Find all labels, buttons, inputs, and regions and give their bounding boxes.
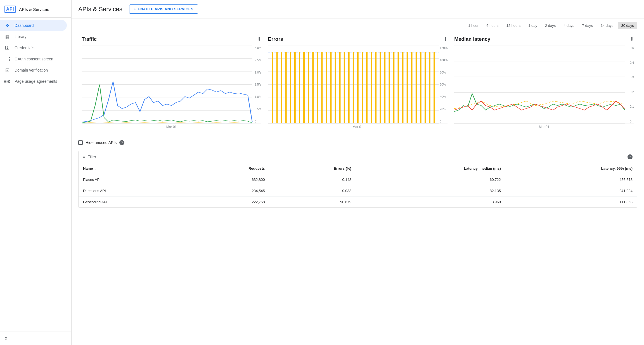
enable-apis-button[interactable]: + ENABLE APIS AND SERVICES	[129, 4, 198, 14]
sidebar-item-label-credentials: Credentials	[15, 46, 34, 50]
cell-latency-95: 456.678	[505, 174, 637, 185]
filter-label: Filter	[87, 155, 96, 159]
charts-section: Traffic ⬇	[72, 32, 644, 136]
sidebar-item-label-library: Library	[15, 34, 27, 39]
col-errors[interactable]: Errors (%)	[269, 163, 356, 174]
sidebar-item-label-pageusage: Page usage agreements	[15, 79, 57, 84]
api-table-container: ≡ Filter ? Name ↓ Requests Errors (%) La…	[78, 151, 637, 208]
hide-unused-label: Hide unused APIs	[86, 140, 117, 145]
hide-unused-help-icon[interactable]: ?	[119, 140, 124, 145]
col-latency-median[interactable]: Latency, median (ms)	[356, 163, 505, 174]
time-btn-1hour[interactable]: 1 hour	[465, 22, 482, 29]
sort-icon: ↓	[95, 167, 97, 171]
time-btn-14days[interactable]: 14 days	[597, 22, 617, 29]
main-content: APIs & Services + ENABLE APIS AND SERVIC…	[72, 0, 644, 345]
api-logo: API	[4, 6, 16, 13]
errors-chart-header: Errors ⬇	[268, 36, 448, 42]
time-btn-4days[interactable]: 4 days	[560, 22, 577, 29]
main-header: APIs & Services + ENABLE APIS AND SERVIC…	[72, 0, 644, 18]
page-title: APIs & Services	[78, 6, 122, 13]
pageusage-icon: ≡⚙	[4, 79, 10, 84]
traffic-chart-title: Traffic	[82, 36, 97, 42]
cell-name: Places API	[79, 174, 187, 185]
bottom-section: Hide unused APIs ? ≡ Filter ? Name ↓ Req…	[72, 136, 644, 212]
table-help-icon[interactable]: ?	[628, 154, 633, 159]
time-btn-7days[interactable]: 7 days	[579, 22, 596, 29]
time-btn-30days[interactable]: 30 days	[618, 22, 637, 29]
sidebar-title: APIs & Services	[19, 7, 49, 12]
traffic-y-labels: 3.0/s2.5/s2.0/s1.5/s1.0/s0.5/s0	[255, 46, 261, 124]
sidebar-nav: ❖Dashboard▦Library⚿Credentials⋮⋮OAuth co…	[0, 20, 71, 87]
settings-icon: ⚙	[4, 336, 8, 341]
enable-icon: +	[134, 7, 136, 11]
latency-chart-header: Median latency ⬇	[454, 36, 634, 42]
table-toolbar: ≡ Filter ?	[79, 151, 637, 163]
cell-requests: 632,800	[187, 174, 269, 185]
time-btn-2days[interactable]: 2 days	[542, 22, 559, 29]
cell-latency-95: 241.984	[505, 185, 637, 197]
errors-download-icon[interactable]: ⬇	[443, 36, 448, 42]
cell-name: Directions API	[79, 185, 187, 197]
sidebar-item-oauth[interactable]: ⋮⋮OAuth consent screen	[0, 53, 67, 65]
cell-latency-median: 82.135	[356, 185, 505, 197]
enable-label: ENABLE APIS AND SERVICES	[138, 7, 193, 11]
cell-errors: 90.679	[269, 197, 356, 208]
errors-x-label: Mar 01	[268, 125, 448, 129]
time-btn-12hours[interactable]: 12 hours	[503, 22, 524, 29]
table-row[interactable]: Places API 632,800 0.148 60.722 456.678	[79, 174, 637, 185]
sidebar-item-domain[interactable]: ☑Domain verification	[0, 65, 67, 76]
cell-errors: 0.148	[269, 174, 356, 185]
sidebar-bottom: ⚙	[0, 332, 71, 345]
sidebar-item-credentials[interactable]: ⚿Credentials	[0, 42, 67, 53]
col-name[interactable]: Name ↓	[79, 163, 187, 174]
time-filter-bar: 1 hour 6 hours 12 hours 1 day 2 days 4 d…	[72, 18, 644, 32]
table-body: Places API 632,800 0.148 60.722 456.678 …	[79, 174, 637, 208]
traffic-x-label: Mar 01	[82, 125, 261, 129]
sidebar-item-library[interactable]: ▦Library	[0, 31, 67, 42]
sidebar-item-dashboard[interactable]: ❖Dashboard	[0, 20, 67, 31]
oauth-icon: ⋮⋮	[4, 56, 10, 62]
traffic-download-icon[interactable]: ⬇	[257, 36, 261, 42]
latency-y-labels: 0.50.40.30.20.10	[630, 46, 634, 124]
latency-chart: Median latency ⬇	[451, 36, 637, 129]
cell-requests: 222,758	[187, 197, 269, 208]
time-btn-1day[interactable]: 1 day	[525, 22, 541, 29]
latency-x-label: Mar 01	[454, 125, 634, 129]
errors-chart-title: Errors	[268, 36, 283, 42]
cell-errors: 0.033	[269, 185, 356, 197]
col-latency-95[interactable]: Latency, 95% (ms)	[505, 163, 637, 174]
filter-icon: ≡	[83, 155, 85, 159]
cell-requests: 234,545	[187, 185, 269, 197]
hide-unused-checkbox[interactable]	[78, 140, 83, 145]
sidebar-logo: API APIs & Services	[0, 2, 71, 18]
sidebar-item-pageusage[interactable]: ≡⚙Page usage agreements	[0, 76, 67, 87]
latency-chart-area: 0.50.40.30.20.10	[454, 46, 634, 124]
library-icon: ▦	[4, 34, 10, 39]
domain-icon: ☑	[4, 67, 10, 73]
traffic-chart: Traffic ⬇	[78, 36, 265, 129]
errors-chart: Errors ⬇	[265, 36, 451, 129]
credentials-icon: ⚿	[4, 45, 10, 51]
cell-latency-median: 60.722	[356, 174, 505, 185]
cell-name: Geocoding API	[79, 197, 187, 208]
latency-chart-title: Median latency	[454, 36, 490, 42]
cell-latency-95: 111.353	[505, 197, 637, 208]
hide-unused-row: Hide unused APIs ?	[78, 140, 637, 145]
latency-download-icon[interactable]: ⬇	[630, 36, 634, 42]
filter-button[interactable]: ≡ Filter	[83, 155, 96, 159]
traffic-chart-header: Traffic ⬇	[82, 36, 261, 42]
table-row[interactable]: Directions API 234,545 0.033 82.135 241.…	[79, 185, 637, 197]
sidebar-item-label-oauth: OAuth consent screen	[15, 57, 53, 61]
sidebar-item-label-dashboard: Dashboard	[15, 23, 34, 28]
table-row[interactable]: Geocoding API 222,758 90.679 3.969 111.3…	[79, 197, 637, 208]
errors-chart-area: 120%100%80%60%40%20%0	[268, 46, 448, 124]
time-btn-6hours[interactable]: 6 hours	[483, 22, 502, 29]
traffic-chart-area: 3.0/s2.5/s2.0/s1.5/s1.0/s0.5/s0	[82, 46, 261, 124]
dashboard-icon: ❖	[4, 23, 10, 28]
sidebar-item-label-domain: Domain verification	[15, 68, 48, 72]
sidebar: API APIs & Services ❖Dashboard▦Library⚿C…	[0, 0, 72, 345]
api-table: Name ↓ Requests Errors (%) Latency, medi…	[79, 163, 637, 207]
cell-latency-median: 3.969	[356, 197, 505, 208]
errors-y-labels: 120%100%80%60%40%20%0	[440, 46, 448, 124]
col-requests[interactable]: Requests	[187, 163, 269, 174]
